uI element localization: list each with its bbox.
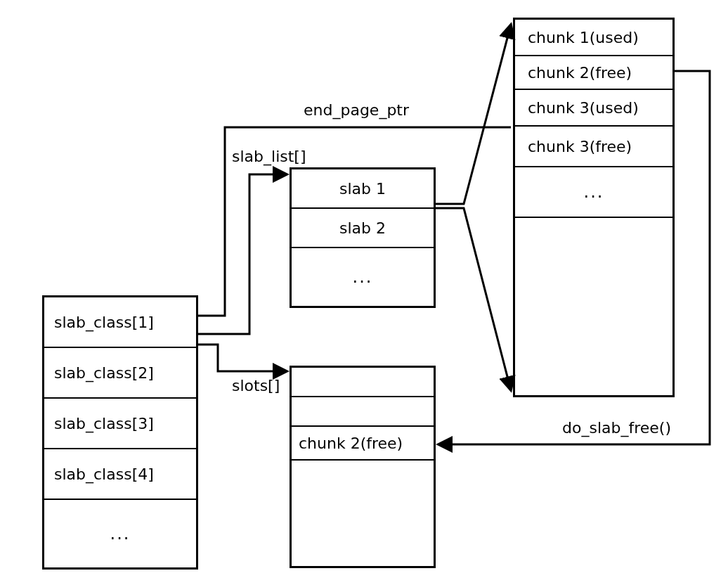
text: end_page_ptr xyxy=(304,101,409,119)
text: slab_list[] xyxy=(232,148,306,165)
chunk-empty-row xyxy=(515,218,672,394)
diagram-stage: slab_class[1] slab_class[2] slab_class[3… xyxy=(0,0,728,585)
chunk-label: chunk 3(used) xyxy=(528,99,639,117)
slab-list-row: slab 1 xyxy=(292,169,434,209)
slab-class-label: slab_class[2] xyxy=(54,364,154,382)
slab-class-label: slab_class[1] xyxy=(54,314,154,331)
slots-row-empty xyxy=(292,368,434,397)
chunk-label: chunk 1(used) xyxy=(528,29,639,46)
chunks-box: chunk 1(used) chunk 2(free) chunk 3(used… xyxy=(513,18,675,397)
arrow-slab-list xyxy=(198,174,287,334)
slab-class-row: slab_class[3] xyxy=(44,399,196,449)
text: slots[] xyxy=(232,377,280,394)
ellipsis: ... xyxy=(584,182,604,202)
text: do_slab_free() xyxy=(562,419,671,437)
slab-class-label: slab_class[4] xyxy=(54,465,154,483)
slots-chunk-label: chunk 2(free) xyxy=(299,435,403,452)
arrow-end-page-ptr-bottom xyxy=(436,208,511,390)
slots-row-empty xyxy=(292,461,434,566)
ellipsis: ... xyxy=(353,267,373,287)
chunk-row: chunk 2(free) xyxy=(515,56,672,90)
chunk-row: chunk 3(free) xyxy=(515,127,672,167)
slab-list-row: slab 2 xyxy=(292,209,434,248)
chunk-label: chunk 2(free) xyxy=(528,64,632,82)
chunk-label: chunk 3(free) xyxy=(528,138,632,155)
label-do-slab-free: do_slab_free() xyxy=(562,419,671,437)
slab-list-item-label: slab 1 xyxy=(339,180,386,198)
label-slots: slots[] xyxy=(232,377,280,394)
label-end-page-ptr: end_page_ptr xyxy=(304,101,409,119)
slab-class-row: slab_class[2] xyxy=(44,348,196,399)
slab-class-ellipsis-row: ... xyxy=(44,500,196,567)
slab-list-ellipsis-row: ... xyxy=(292,248,434,306)
ellipsis: ... xyxy=(110,524,131,544)
slab-class-label: slab_class[3] xyxy=(54,415,154,432)
slab-list-box: slab 1 slab 2 ... xyxy=(290,167,436,308)
slots-row-chunk: chunk 2(free) xyxy=(292,427,434,461)
chunk-row: chunk 3(used) xyxy=(515,90,672,127)
slab-class-row: slab_class[4] xyxy=(44,449,196,500)
slots-box: chunk 2(free) xyxy=(290,366,436,568)
chunk-row: chunk 1(used) xyxy=(515,20,672,56)
slots-row-empty xyxy=(292,397,434,427)
arrow-slots xyxy=(198,345,287,371)
chunk-ellipsis-row: ... xyxy=(515,167,672,218)
slab-list-item-label: slab 2 xyxy=(339,219,386,237)
label-slab-list: slab_list[] xyxy=(232,148,306,165)
slab-class-row: slab_class[1] xyxy=(44,297,196,348)
slab-class-box: slab_class[1] slab_class[2] slab_class[3… xyxy=(42,295,198,570)
arrow-end-page-ptr-top xyxy=(436,25,511,204)
